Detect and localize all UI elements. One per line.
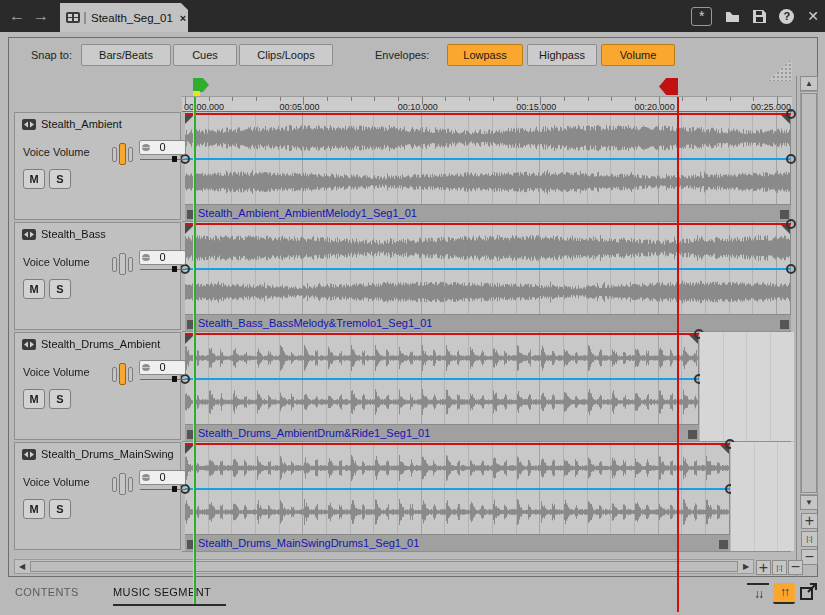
clip-name-bar[interactable]: Stealth_Drums_MainSwingDrums1_Seg1_01 (185, 534, 730, 551)
open-folder-icon[interactable] (725, 10, 740, 23)
volume-slider-track[interactable] (140, 159, 185, 160)
mute-button[interactable]: M (23, 389, 45, 409)
ruler-tick (445, 97, 446, 101)
vertical-zoom-fit-button[interactable]: |:| (801, 531, 818, 547)
envelope-lowpass-button[interactable]: Lowpass (447, 44, 523, 66)
envelope-volume-button[interactable]: Volume (601, 44, 675, 66)
track-header-stealth_drums_ambient[interactable]: Stealth_Drums_AmbientVoice Volume0MS (14, 332, 181, 440)
volume-envelope-point[interactable] (786, 219, 796, 229)
volume-slider-handle[interactable] (172, 156, 177, 162)
voice-volume-spinner[interactable]: 0 (139, 360, 186, 384)
voice-volume-label: Voice Volume (23, 366, 90, 378)
close-icon[interactable]: ✕ (807, 8, 819, 24)
entry-cue-line[interactable] (193, 97, 196, 604)
view-tab-contents[interactable]: CONTENTS (15, 586, 79, 598)
hscroll-thumb[interactable] (30, 561, 738, 572)
volume-envelope-line[interactable] (185, 443, 730, 445)
track-header-stealth_ambient[interactable]: Stealth_AmbientVoice Volume0MS (14, 112, 181, 220)
cue-marker-strip[interactable] (182, 76, 792, 96)
nav-back-button[interactable]: ← (6, 5, 28, 27)
clip-right-handle[interactable] (780, 210, 789, 219)
lowpass-envelope-line[interactable] (185, 488, 730, 490)
envelope-highpass-button[interactable]: Highpass (527, 44, 597, 66)
snap-cues-button[interactable]: Cues (173, 44, 237, 66)
voice-volume-fader-icon[interactable] (107, 139, 137, 169)
snap-bars-beats-button[interactable]: Bars/Beats (81, 44, 171, 66)
music-clip[interactable]: Stealth_Drums_MainSwingDrums1_Seg1_01 (185, 442, 730, 551)
voice-volume-spinner[interactable]: 0 (139, 140, 186, 164)
vertical-zoom-out-button[interactable]: − (801, 549, 818, 565)
volume-slider-handle[interactable] (172, 486, 177, 492)
pin-view-icon[interactable]: * (691, 7, 712, 26)
horizontal-zoom-fit-button[interactable]: |:| (772, 560, 787, 575)
volume-slider-track[interactable] (140, 269, 185, 270)
voice-volume-fader-icon[interactable] (107, 359, 137, 389)
ruler-tick (327, 97, 328, 101)
solo-button[interactable]: S (49, 389, 71, 409)
volume-slider-track[interactable] (140, 489, 185, 490)
exit-cue-line[interactable] (677, 97, 679, 612)
clip-name-bar[interactable]: Stealth_Drums_AmbientDrum&Ride1_Seg1_01 (185, 424, 699, 441)
volume-envelope-point[interactable] (786, 109, 796, 119)
scroll-left-icon[interactable]: ◀ (15, 560, 29, 573)
lowpass-envelope-line[interactable] (185, 378, 699, 380)
voice-volume-fader-icon[interactable] (107, 469, 137, 499)
ruler-tick (209, 97, 210, 101)
scroll-up-icon[interactable]: ▲ (800, 76, 818, 91)
volume-slider-track[interactable] (140, 379, 185, 380)
lowpass-envelope-point[interactable] (786, 264, 796, 274)
entry-cue-flag[interactable] (193, 78, 209, 92)
clip-name-bar[interactable]: Stealth_Ambient_AmbientMelody1_Seg1_01 (185, 204, 791, 221)
mute-button[interactable]: M (23, 279, 45, 299)
ruler-tick (374, 97, 375, 101)
solo-button[interactable]: S (49, 279, 71, 299)
nav-forward-button[interactable]: → (30, 5, 52, 27)
view-tab-music-segment[interactable]: MUSIC SEGMENT (113, 586, 211, 598)
track-header-stealth_drums_mainswing[interactable]: Stealth_Drums_MainSwingVoice Volume0MS (14, 442, 181, 550)
music-track-icon (22, 229, 36, 240)
lowpass-envelope-line[interactable] (185, 268, 791, 270)
snap-to-label: Snap to: (31, 49, 72, 61)
music-clip[interactable]: Stealth_Drums_AmbientDrum&Ride1_Seg1_01 (185, 332, 699, 441)
music-clip[interactable]: Stealth_Bass_BassMelody&Tremolo1_Seg1_01 (185, 222, 791, 331)
tab-close-icon[interactable]: × (180, 12, 186, 24)
solo-button[interactable]: S (49, 169, 71, 189)
lowpass-envelope-line[interactable] (185, 158, 791, 160)
voice-volume-fader-icon[interactable] (107, 249, 137, 279)
vertical-zoom-in-button[interactable]: + (801, 513, 818, 529)
volume-envelope-line[interactable] (185, 113, 791, 115)
scroll-down-icon[interactable]: ▼ (800, 495, 818, 510)
document-tab[interactable]: Stealth_Seg_01 × (60, 3, 188, 32)
lowpass-envelope-point[interactable] (786, 154, 796, 164)
voice-volume-spinner[interactable]: 0 (139, 470, 186, 494)
vscroll-thumb[interactable] (801, 93, 817, 493)
solo-button[interactable]: S (49, 499, 71, 519)
horizontal-scrollbar[interactable]: ◀ ▶ (14, 559, 754, 574)
clip-right-handle[interactable] (780, 320, 789, 329)
music-clip[interactable]: Stealth_Ambient_AmbientMelody1_Seg1_01 (185, 112, 791, 221)
exit-cue-flag[interactable] (659, 78, 678, 95)
volume-slider-handle[interactable] (172, 266, 177, 272)
help-icon[interactable]: ? (779, 9, 794, 24)
snap-clips-loops-button[interactable]: Clips/Loops (239, 44, 333, 66)
volume-envelope-line[interactable] (185, 333, 699, 335)
timeline-ruler[interactable]: 00:00.00000:05.00000:10.00000:15.00000:2… (182, 96, 792, 112)
track-header-stealth_bass[interactable]: Stealth_BassVoice Volume0MS (14, 222, 181, 330)
horizontal-zoom-out-button[interactable]: − (788, 560, 803, 575)
save-icon[interactable] (753, 10, 766, 23)
scroll-right-icon[interactable]: ▶ (739, 560, 753, 573)
float-view-icon[interactable] (800, 583, 817, 600)
clip-right-handle[interactable] (688, 430, 697, 439)
volume-slider-handle[interactable] (172, 376, 177, 382)
volume-envelope-line[interactable] (185, 223, 791, 225)
mute-button[interactable]: M (23, 169, 45, 189)
voice-volume-spinner[interactable]: 0 (139, 250, 186, 274)
collapse-all-icon[interactable]: ↓↓ (747, 583, 769, 604)
clip-right-handle[interactable] (719, 540, 728, 549)
vertical-scrollbar[interactable]: ▲ ▼ + |:| − (800, 76, 818, 603)
expand-all-icon[interactable]: ↑↑ (773, 583, 795, 604)
mute-button[interactable]: M (23, 499, 45, 519)
ruler-tick (753, 97, 754, 101)
ruler-tick (564, 97, 565, 101)
horizontal-zoom-in-button[interactable]: + (756, 560, 771, 575)
